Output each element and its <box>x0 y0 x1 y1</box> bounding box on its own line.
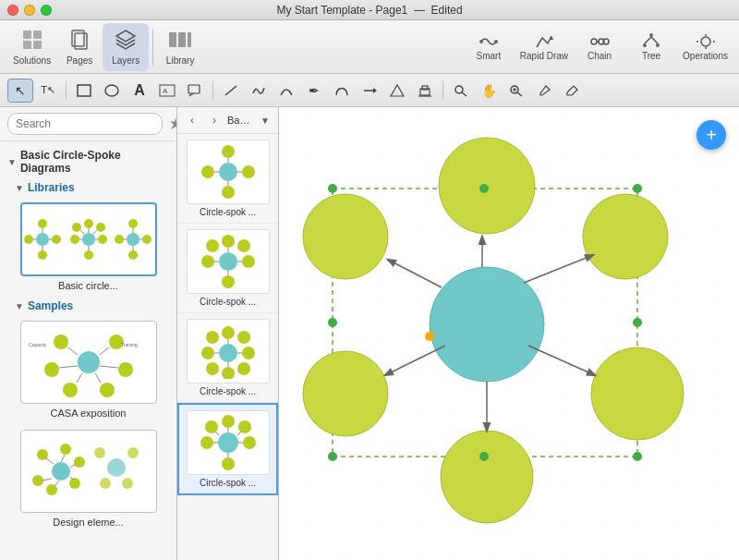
select-tool[interactable]: ↖ <box>7 79 33 103</box>
svg-marker-6 <box>116 30 135 42</box>
text-tool[interactable]: A <box>127 79 152 103</box>
svg-point-157 <box>583 194 668 279</box>
line-tool[interactable] <box>218 79 244 103</box>
samples-arrow: ▼ <box>15 301 24 311</box>
svg-point-20 <box>656 43 660 47</box>
section-title: Basic Circle-Spoke Diagrams <box>20 149 169 175</box>
basic-circle-spoke-section[interactable]: ▼ Basic Circle-Spoke Diagrams <box>0 145 176 178</box>
solutions-button[interactable]: Solutions <box>7 23 56 71</box>
svg-point-115 <box>219 252 237 271</box>
zoom-tool[interactable] <box>503 79 529 103</box>
svg-line-29 <box>225 86 236 95</box>
svg-text:Training: Training <box>121 342 138 347</box>
smart-button[interactable]: Smart <box>465 29 513 65</box>
pen-tool[interactable]: ✒ <box>301 79 327 103</box>
add-shape-button[interactable]: + <box>697 120 726 150</box>
svg-point-10 <box>479 40 483 43</box>
middle-item-3[interactable]: Circle-spok ... <box>177 403 278 495</box>
svg-point-109 <box>242 165 255 178</box>
svg-point-129 <box>242 347 255 359</box>
stamp-tool[interactable] <box>412 79 438 103</box>
svg-point-175 <box>633 452 642 461</box>
svg-point-67 <box>142 235 151 244</box>
svg-point-113 <box>201 165 214 178</box>
svg-point-111 <box>222 186 235 199</box>
svg-point-88 <box>52 462 70 481</box>
middle-item-0[interactable]: Circle-spok ... <box>177 134 278 224</box>
svg-point-176 <box>425 332 434 341</box>
svg-point-107 <box>222 145 235 158</box>
rapid-draw-button[interactable]: Rapid Draw <box>516 29 572 65</box>
prev-button[interactable]: ‹ <box>183 111 201 129</box>
toolbar-sep-1 <box>152 29 153 66</box>
connector-tool[interactable] <box>357 79 382 103</box>
svg-point-43 <box>38 219 47 228</box>
library-button[interactable]: Library <box>157 23 203 71</box>
close-button[interactable] <box>7 5 18 16</box>
design-sample[interactable]: Design eleme... <box>0 424 176 533</box>
ellipse-tool[interactable] <box>99 79 125 103</box>
svg-point-144 <box>222 457 235 470</box>
arc-tool[interactable] <box>273 79 299 103</box>
titlebar: My Start Template - Page1 — Edited <box>0 0 739 20</box>
search-magic-icon[interactable] <box>168 116 177 132</box>
bezier-tool[interactable] <box>329 79 355 103</box>
svg-point-150 <box>205 420 218 433</box>
tree-button[interactable]: Tree <box>627 29 675 65</box>
svg-point-120 <box>222 275 235 288</box>
libraries-section[interactable]: ▼ Libraries <box>0 178 176 197</box>
svg-point-170 <box>479 452 489 461</box>
next-button[interactable]: › <box>205 111 224 129</box>
svg-point-139 <box>218 432 238 453</box>
minimize-button[interactable] <box>24 5 35 16</box>
search-view-tool[interactable] <box>448 79 474 103</box>
library-label: Library <box>166 55 195 66</box>
svg-point-52 <box>84 219 93 228</box>
solutions-label: Solutions <box>13 55 51 66</box>
svg-point-60 <box>96 223 105 232</box>
operations-label: Operations <box>683 51 728 61</box>
svg-point-92 <box>69 478 80 489</box>
svg-point-65 <box>128 219 138 228</box>
svg-line-84 <box>77 373 82 383</box>
layers-button[interactable]: Layers <box>103 23 149 71</box>
window-controls[interactable] <box>7 5 52 16</box>
draw-sep-3 <box>442 81 443 100</box>
library-item[interactable]: Basic circle... <box>0 197 176 297</box>
shape-tool[interactable] <box>384 79 410 103</box>
hand-tool[interactable]: ✋ <box>476 79 502 103</box>
middle-dropdown[interactable]: ▼ <box>258 113 273 128</box>
svg-point-131 <box>222 367 235 379</box>
middle-thumb-0 <box>187 140 270 204</box>
svg-rect-2 <box>23 41 31 49</box>
middle-item-label-0: Circle-spok ... <box>200 207 256 217</box>
callout-tool[interactable] <box>182 79 208 103</box>
eyedropper-tool[interactable] <box>531 79 557 103</box>
search-input[interactable] <box>7 113 163 135</box>
svg-rect-24 <box>78 85 91 96</box>
samples-section[interactable]: ▼ Samples <box>0 297 176 315</box>
middle-thumb-3 <box>187 410 270 475</box>
library-item-label: Basic circle... <box>58 280 118 291</box>
text-select-tool[interactable]: T↖ <box>35 79 61 103</box>
svg-point-126 <box>219 344 237 362</box>
svg-line-37 <box>462 92 466 96</box>
chain-button[interactable]: Chain <box>575 29 624 65</box>
middle-item-1[interactable]: Circle-spok ... <box>177 224 278 313</box>
casa-sample[interactable]: Capacity Training CASA exposition <box>0 315 176 424</box>
paint-tool[interactable] <box>559 79 585 103</box>
rectangle-tool[interactable] <box>71 79 97 103</box>
pages-button[interactable]: Pages <box>56 23 103 71</box>
canvas-area[interactable]: + <box>279 107 739 560</box>
middle-item-2[interactable]: Circle-spok ... <box>177 313 278 403</box>
maximize-button[interactable] <box>41 5 52 16</box>
svg-point-11 <box>494 40 498 43</box>
freehand-tool[interactable] <box>246 79 272 103</box>
svg-point-64 <box>127 233 139 246</box>
textbox-tool[interactable]: A <box>154 79 180 103</box>
operations-button[interactable]: Operations <box>679 29 732 65</box>
svg-point-133 <box>201 347 214 359</box>
svg-rect-28 <box>188 85 200 93</box>
svg-point-138 <box>206 362 219 375</box>
svg-line-95 <box>46 458 54 464</box>
